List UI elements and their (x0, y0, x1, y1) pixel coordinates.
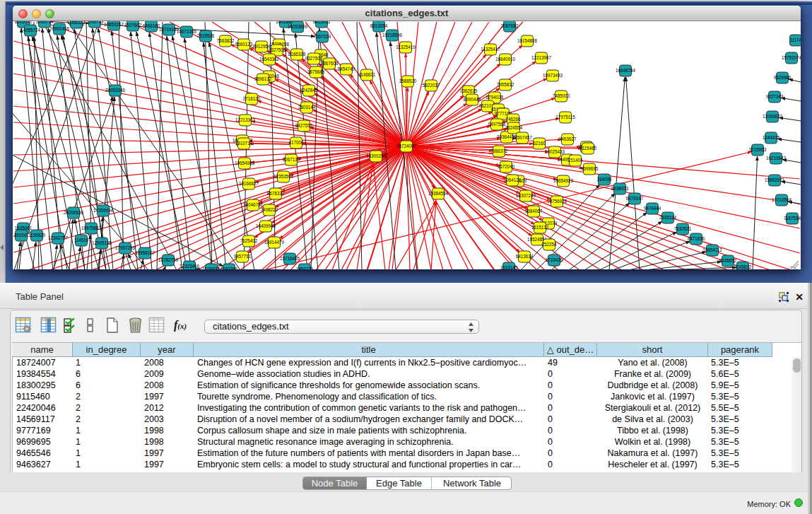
svg-text:1093714: 1093714 (36, 21, 54, 24)
svg-text:19654923: 19654923 (553, 178, 574, 183)
svg-text:16543362: 16543362 (259, 57, 280, 62)
svg-text:7625402: 7625402 (240, 238, 258, 243)
svg-text:17957253: 17957253 (115, 245, 136, 250)
svg-text:16671355: 16671355 (177, 29, 197, 34)
svg-text:12093822: 12093822 (763, 114, 783, 119)
svg-text:11174: 11174 (790, 37, 801, 42)
svg-text:18724007: 18724007 (396, 144, 417, 148)
svg-text:1167534: 1167534 (784, 216, 801, 221)
svg-text:10654112: 10654112 (702, 247, 722, 252)
svg-text:8105572: 8105572 (15, 21, 33, 24)
svg-text:18300295: 18300295 (366, 153, 387, 158)
svg-text:9327503: 9327503 (269, 47, 286, 52)
svg-text:9146821: 9146821 (358, 72, 376, 77)
svg-text:7485003: 7485003 (553, 93, 570, 98)
svg-text:12353594: 12353594 (273, 174, 294, 179)
svg-text:9457791: 9457791 (234, 254, 252, 259)
svg-text:8267130: 8267130 (283, 157, 300, 162)
svg-text:6466160: 6466160 (143, 23, 160, 28)
svg-text:746266: 746266 (505, 117, 521, 122)
svg-text:2935114: 2935114 (659, 215, 677, 220)
svg-text:10653267: 10653267 (104, 22, 124, 27)
svg-text:9327508: 9327508 (305, 56, 323, 61)
svg-text:19218596: 19218596 (382, 33, 403, 37)
svg-text:8454749: 8454749 (338, 66, 355, 71)
svg-text:6479197: 6479197 (626, 196, 644, 201)
svg-text:18307249: 18307249 (516, 193, 536, 198)
svg-text:9699695: 9699695 (581, 166, 599, 171)
svg-text:1065327: 1065327 (68, 21, 86, 25)
svg-text:1910713: 1910713 (235, 141, 253, 146)
svg-text:20053346: 20053346 (105, 88, 126, 93)
svg-text:10025433: 10025433 (545, 149, 565, 154)
svg-text:252254: 252254 (541, 242, 557, 247)
svg-text:9896132: 9896132 (254, 76, 272, 81)
svg-text:8990448: 8990448 (464, 97, 481, 102)
svg-text:15692971: 15692971 (765, 177, 785, 182)
svg-text:11325419: 11325419 (396, 45, 416, 49)
svg-text:7955812: 7955812 (497, 82, 514, 87)
svg-text:12213363: 12213363 (235, 117, 256, 122)
svg-text:19756928: 19756928 (547, 199, 567, 204)
svg-text:1919145: 1919145 (500, 265, 518, 269)
svg-text:2087682: 2087682 (501, 23, 519, 28)
svg-text:151404: 151404 (567, 158, 583, 163)
svg-text:16046786: 16046786 (243, 202, 264, 207)
svg-text:9245612: 9245612 (734, 264, 752, 269)
svg-text:10975887: 10975887 (81, 226, 102, 230)
svg-text:12213967: 12213967 (531, 55, 552, 60)
svg-text:19654983: 19654983 (235, 160, 255, 165)
svg-text:417006: 417006 (288, 140, 304, 145)
svg-text:17010504: 17010504 (772, 197, 792, 202)
svg-text:9329966: 9329966 (774, 75, 792, 80)
svg-text:1615132: 1615132 (531, 225, 549, 230)
svg-text:19384554: 19384554 (428, 191, 449, 196)
svg-text:14055724: 14055724 (20, 28, 41, 33)
svg-text:16914479: 16914479 (264, 240, 285, 245)
svg-text:7663822: 7663822 (217, 38, 235, 43)
svg-text:15751074: 15751074 (782, 55, 801, 60)
svg-text:16640910: 16640910 (495, 57, 516, 62)
svg-text:8813051: 8813051 (313, 21, 331, 24)
svg-text:3875685: 3875685 (307, 69, 325, 74)
svg-text:1527602: 1527602 (124, 23, 142, 28)
svg-text:5822037: 5822037 (423, 83, 440, 88)
svg-text:20991406: 20991406 (49, 26, 70, 31)
svg-text:10973493: 10973493 (543, 73, 563, 78)
svg-text:16409948: 16409948 (256, 223, 276, 228)
svg-text:6497568: 6497568 (488, 122, 506, 127)
svg-text:8471636: 8471636 (688, 236, 705, 241)
svg-text:9684067: 9684067 (525, 209, 543, 214)
svg-text:17975115: 17975115 (555, 115, 575, 119)
svg-text:9227343: 9227343 (766, 94, 784, 99)
svg-text:9242845: 9242845 (300, 88, 318, 93)
svg-text:17359934: 17359934 (93, 208, 114, 213)
svg-text:16053809: 16053809 (288, 24, 308, 29)
svg-text:8427552: 8427552 (295, 123, 313, 128)
svg-text:7986372: 7986372 (490, 148, 508, 153)
svg-text:19166827: 19166827 (239, 181, 259, 186)
svg-text:3215953: 3215953 (749, 147, 767, 152)
svg-text:3624554: 3624554 (505, 125, 523, 130)
svg-text:164095: 164095 (596, 177, 612, 182)
svg-text:6794028: 6794028 (486, 95, 504, 100)
svg-text:1572040: 1572040 (498, 164, 515, 169)
svg-text:15716485: 15716485 (280, 256, 300, 261)
svg-text:9115460: 9115460 (579, 146, 597, 151)
svg-text:9463627: 9463627 (559, 136, 577, 141)
svg-text:7357224: 7357224 (314, 34, 331, 39)
svg-text:16648784: 16648784 (616, 68, 636, 73)
svg-text:8813054: 8813054 (370, 23, 388, 28)
svg-text:2867608: 2867608 (321, 61, 339, 66)
svg-text:9245652: 9245652 (719, 258, 737, 263)
svg-text:2718120: 2718120 (243, 96, 261, 101)
svg-text:3498222: 3498222 (261, 207, 278, 212)
svg-text:10958107: 10958107 (135, 250, 155, 255)
svg-text:6413614: 6413614 (516, 254, 534, 259)
svg-text:11325417: 11325417 (481, 47, 500, 52)
svg-text:8938923: 8938923 (611, 186, 629, 191)
svg-text:1079275: 1079275 (203, 267, 220, 269)
svg-text:20507457: 20507457 (512, 135, 533, 140)
svg-text:1857775: 1857775 (296, 267, 314, 269)
svg-text:9474444: 9474444 (644, 206, 661, 211)
